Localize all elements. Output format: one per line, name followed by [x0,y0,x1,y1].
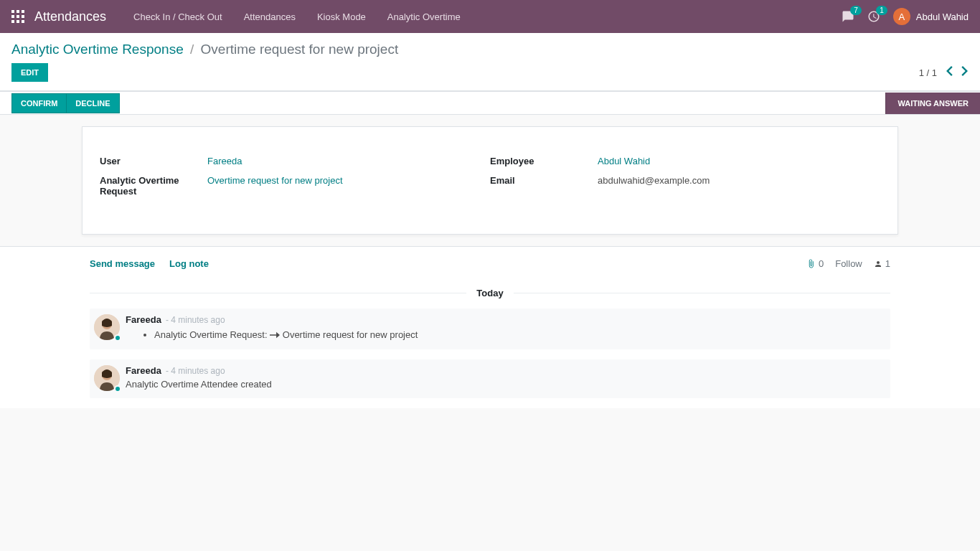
nav-link-kiosk[interactable]: Kiosk Mode [307,6,376,28]
avatar: A [893,8,910,25]
nav-link-attendances[interactable]: Attendances [234,6,306,28]
activity-badge: 1 [876,6,887,15]
confirm-button[interactable]: Confirm [11,93,67,113]
field-user: User Fareeda [100,156,490,166]
log-note-button[interactable]: Log note [169,258,209,269]
msg-author[interactable]: Fareeda [126,314,161,325]
arrow-right-icon [270,330,280,341]
msg-time: 4 minutes ago [166,315,225,325]
value-email: abdulwahid@example.com [598,175,880,186]
user-menu[interactable]: A Abdul Wahid [893,8,969,25]
breadcrumb-current: Overtime request for new project [201,42,399,57]
pager-next-icon[interactable] [961,66,969,79]
value-request[interactable]: Overtime request for new project [207,175,343,186]
label-request: Analytic Overtime Request [100,175,207,197]
status-badge: Waiting Answer [885,93,980,114]
apps-icon[interactable] [11,10,24,23]
msg-content: Analytic Overtime Attendee created [126,379,882,390]
value-employee[interactable]: Abdul Wahid [598,156,650,166]
chatter: Send message Log note 0 Follow 1 Today [90,247,890,408]
label-employee: Employee [490,156,598,166]
activity-icon[interactable]: 1 [867,10,880,23]
statusbar: Confirm Decline Waiting Answer [0,91,980,115]
label-email: Email [490,175,598,186]
label-user: User [100,156,207,166]
nav-link-analytic-overtime[interactable]: Analytic Overtime [377,6,471,28]
nav-links: Check In / Check Out Attendances Kiosk M… [123,6,471,28]
msg-content: Analytic Overtime Request: Overtime requ… [126,328,882,342]
breadcrumb-parent[interactable]: Analytic Overtime Response [11,42,184,57]
edit-button[interactable]: Edit [11,63,48,82]
pager: 1 / 1 [919,66,969,79]
attachment-icon [806,259,816,268]
msg-author[interactable]: Fareeda [126,365,161,376]
form-sheet: User Fareeda Analytic Overtime Request O… [82,126,898,235]
breadcrumb: Analytic Overtime Response / Overtime re… [11,42,969,57]
presence-icon [114,385,121,392]
navbar: Attendances Check In / Check Out Attenda… [0,0,980,33]
thread-separator: Today [90,288,890,298]
presence-icon [114,334,121,342]
chatter-topbar: Send message Log note 0 Follow 1 [90,247,890,279]
field-employee: Employee Abdul Wahid [490,156,880,166]
messaging-badge: 7 [850,6,862,15]
msg-time: 4 minutes ago [166,366,225,376]
follower-count[interactable]: 1 [874,258,890,269]
send-message-button[interactable]: Send message [90,258,155,269]
nav-right: 7 1 A Abdul Wahid [842,8,969,25]
control-panel: Analytic Overtime Response / Overtime re… [0,33,980,91]
followers-icon [874,260,882,268]
message: Fareeda 4 minutes ago Analytic Overtime … [90,309,890,349]
nav-link-checkin[interactable]: Check In / Check Out [123,6,232,28]
follow-button[interactable]: Follow [835,258,862,269]
field-email: Email abdulwahid@example.com [490,175,880,186]
field-request: Analytic Overtime Request Overtime reque… [100,175,490,197]
msg-avatar [94,314,120,340]
pager-prev-icon[interactable] [946,66,953,79]
msg-avatar [94,365,120,391]
messaging-icon[interactable]: 7 [842,10,854,23]
app-brand[interactable]: Attendances [34,9,106,24]
breadcrumb-separator: / [190,42,194,57]
value-user[interactable]: Fareeda [207,156,242,166]
username: Abdul Wahid [916,11,969,22]
pager-text: 1 / 1 [919,67,937,78]
message: Fareeda 4 minutes ago Analytic Overtime … [90,359,890,398]
content-area: User Fareeda Analytic Overtime Request O… [0,115,980,246]
decline-button[interactable]: Decline [66,93,119,113]
attachments-count[interactable]: 0 [806,258,824,269]
